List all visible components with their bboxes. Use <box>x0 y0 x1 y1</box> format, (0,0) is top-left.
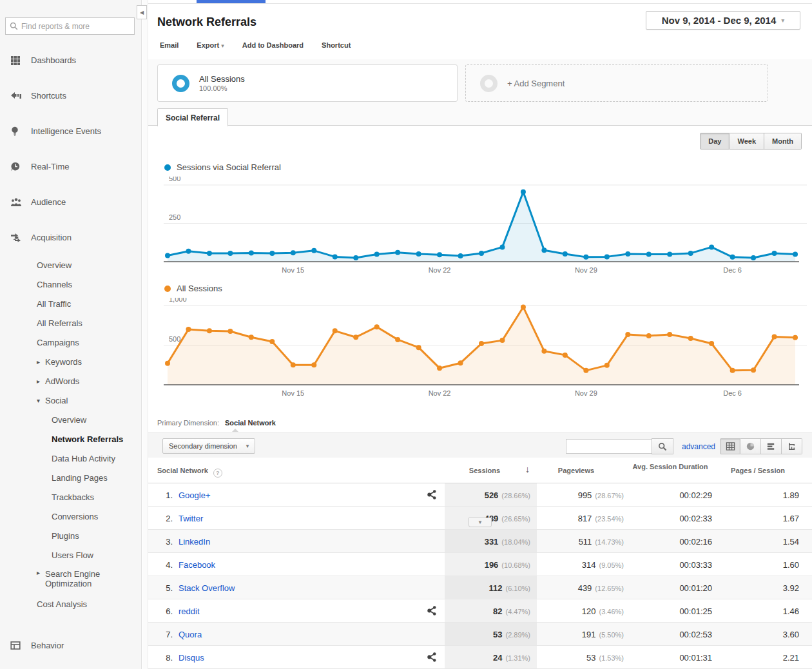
sidebar-item-channels[interactable]: Channels <box>0 275 141 294</box>
sidebar-item-adwords[interactable]: ▸AdWords <box>0 371 141 391</box>
sidebar-item-label: Overview <box>52 415 86 425</box>
cell-pages-per-session: 1.46 <box>714 606 799 616</box>
export-button[interactable]: Export▾ <box>197 41 224 49</box>
cell-pages-per-session: 1.67 <box>714 514 799 523</box>
table-row-facebook: 4.Facebook196(10.68%)314(9.05%)00:03:331… <box>148 553 812 576</box>
column-header-avg-session-duration[interactable]: Avg. Session Duration <box>632 463 709 471</box>
add-to-dashboard-button[interactable]: Add to Dashboard <box>242 41 304 49</box>
svg-text:Nov 15: Nov 15 <box>282 389 304 397</box>
sidebar-nav: DashboardsShortcutsIntelligence EventsRe… <box>0 43 141 663</box>
realtime-icon <box>10 162 23 172</box>
sidebar-item-label: Shortcuts <box>31 91 66 101</box>
sidebar-item-conversions[interactable]: Conversions <box>0 507 141 526</box>
row-rank: 1. <box>157 490 173 500</box>
sidebar-item-social[interactable]: ▾Social <box>0 391 141 410</box>
social-network-link[interactable]: Disqus <box>179 653 204 663</box>
sidebar-item-label: Acquisition <box>31 233 72 242</box>
acquisition-icon <box>10 233 23 243</box>
sidebar-item-keywords[interactable]: ▸Keywords <box>0 352 141 371</box>
secondary-dimension-button[interactable]: Secondary dimension ▾ <box>162 438 255 454</box>
sidebar-item-campaigns[interactable]: Campaigns <box>0 333 141 352</box>
table-controls-band: Secondary dimension ▾ advanced <box>148 432 812 458</box>
row-rank: 5. <box>157 583 173 593</box>
cell-avg-session-duration: 00:02:53 <box>628 630 712 639</box>
sidebar-item-data-hub-activity[interactable]: Data Hub Activity <box>0 449 141 468</box>
sidebar-search-input[interactable] <box>21 22 124 31</box>
granularity-month-button[interactable]: Month <box>764 133 802 150</box>
segment-percent: 100.00% <box>199 84 245 92</box>
legend-dot-orange-icon <box>164 286 171 292</box>
chart-collapse-icon[interactable]: ▼ <box>469 518 492 527</box>
sidebar-item-label: Plugins <box>52 531 79 541</box>
social-network-link[interactable]: LinkedIn <box>179 537 210 547</box>
social-network-link[interactable]: Stack Overflow <box>179 583 235 593</box>
sidebar-item-network-referrals[interactable]: Network Referrals <box>0 429 141 449</box>
cell-pages-per-session: 3.92 <box>714 583 799 593</box>
sidebar-item-dashboards[interactable]: Dashboards <box>0 43 141 78</box>
tab-social-referral[interactable]: Social Referral <box>157 108 228 126</box>
sidebar-item-label: Users Flow <box>52 550 93 560</box>
date-range-picker[interactable]: Nov 9, 2014 - Dec 9, 2014 ▾ <box>646 11 800 30</box>
view-toggles <box>720 438 802 454</box>
search-icon <box>658 442 667 451</box>
table-search-button[interactable] <box>652 438 673 454</box>
social-network-link[interactable]: reddit <box>179 606 200 616</box>
sidebar-item-overview[interactable]: Overview <box>0 410 141 429</box>
sidebar-gutter <box>142 0 148 669</box>
sidebar-item-all-traffic[interactable]: All Traffic <box>0 294 141 313</box>
sidebar-item-label: Real-Time <box>31 162 69 171</box>
sidebar-item-label: Landing Pages <box>52 473 108 483</box>
intelligence-icon <box>10 126 23 137</box>
sidebar-item-users-flow[interactable]: Users Flow <box>0 545 141 565</box>
social-network-link[interactable]: Facebook <box>179 560 215 570</box>
add-segment-button[interactable]: + Add Segment <box>465 64 768 102</box>
data-hub-icon <box>427 652 438 663</box>
primary-dimension-social-network[interactable]: Social Network <box>225 419 276 427</box>
sidebar-item-intelligence-events[interactable]: Intelligence Events <box>0 113 141 149</box>
sidebar-item-plugins[interactable]: Plugins <box>0 526 141 545</box>
segment-all-sessions[interactable]: All Sessions 100.00% <box>157 64 458 102</box>
social-network-link[interactable]: Quora <box>179 630 202 639</box>
sidebar-item-label: Data Hub Activity <box>52 454 115 463</box>
sidebar-item-acquisition[interactable]: Acquisition <box>0 220 141 255</box>
audience-icon <box>10 197 23 208</box>
email-button[interactable]: Email <box>160 41 179 49</box>
cell-sessions: 331(18.04%) <box>445 530 537 552</box>
sidebar-item-all-referrals[interactable]: All Referrals <box>0 313 141 333</box>
sidebar-item-overview[interactable]: Overview <box>0 255 141 275</box>
sort-desc-icon[interactable]: ↓ <box>525 464 530 474</box>
sidebar-search[interactable] <box>5 17 135 35</box>
view-percentage-button[interactable] <box>740 438 761 454</box>
table-search-input[interactable] <box>566 439 652 454</box>
sidebar-item-trackbacks[interactable]: Trackbacks <box>0 487 141 507</box>
granularity-day-button[interactable]: Day <box>700 133 730 150</box>
sidebar-collapse-icon[interactable]: ◀ <box>137 5 147 19</box>
social-network-link[interactable]: Twitter <box>179 514 203 523</box>
view-table-button[interactable] <box>720 438 740 454</box>
sidebar-item-landing-pages[interactable]: Landing Pages <box>0 468 141 487</box>
view-performance-button[interactable] <box>761 438 782 454</box>
sidebar-item-behavior[interactable]: Behavior <box>0 628 141 663</box>
advanced-search-link[interactable]: advanced <box>682 442 715 451</box>
granularity-week-button[interactable]: Week <box>730 133 764 150</box>
column-header-social-network[interactable]: Social Network? <box>157 467 222 478</box>
caret-right-icon: ▸ <box>37 358 42 365</box>
data-table: Social Network? Sessions ↓ Pageviews Avg… <box>148 458 812 669</box>
social-network-link[interactable]: Google+ <box>179 490 211 500</box>
all-sessions-chart: 5001,000Nov 15Nov 22Nov 29Dec 6 <box>153 298 807 398</box>
shortcut-button[interactable]: Shortcut <box>322 41 351 49</box>
column-header-pageviews[interactable]: Pageviews <box>537 467 615 474</box>
cell-pageviews: 511(14.73%) <box>540 537 624 547</box>
column-header-sessions[interactable]: Sessions <box>446 467 523 474</box>
sidebar-item-real-time[interactable]: Real-Time <box>0 149 141 184</box>
view-pivot-button[interactable] <box>782 438 802 454</box>
column-header-pages-per-session[interactable]: Pages / Session <box>706 467 809 474</box>
cell-pages-per-session: 1.89 <box>714 490 799 500</box>
data-hub-icon <box>427 489 438 501</box>
sidebar-item-audience[interactable]: Audience <box>0 184 141 220</box>
sidebar-item-shortcuts[interactable]: Shortcuts <box>0 78 141 113</box>
sidebar-item-search-engine-optimization[interactable]: ▸Search Engine Optimization <box>0 565 141 594</box>
help-icon[interactable]: ? <box>213 469 222 478</box>
sidebar-item-cost-analysis[interactable]: Cost Analysis <box>0 594 141 614</box>
svg-text:500: 500 <box>169 177 180 182</box>
